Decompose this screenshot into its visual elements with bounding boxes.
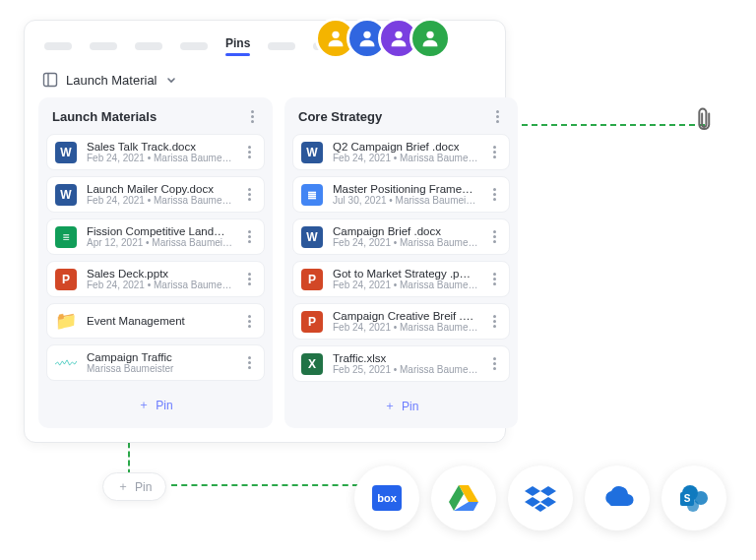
- list-item[interactable]: P Sales Deck.pptx Feb 24, 2021 • Marissa…: [46, 261, 265, 297]
- integration-box[interactable]: box: [354, 466, 419, 530]
- svg-marker-14: [540, 497, 556, 507]
- svg-marker-13: [525, 497, 540, 507]
- item-meta: Jul 30, 2021 • Marissa Baumei…: [333, 195, 477, 206]
- item-title: Sales Talk Track.docx: [87, 141, 232, 153]
- item-menu-button[interactable]: [242, 273, 256, 285]
- item-menu-button[interactable]: [242, 146, 256, 158]
- svg-marker-11: [525, 486, 540, 496]
- item-menu-button[interactable]: [487, 273, 501, 285]
- avatar[interactable]: [410, 18, 451, 59]
- integration-onedrive[interactable]: [585, 466, 650, 530]
- tab-placeholder[interactable]: [44, 42, 72, 50]
- tab-placeholder[interactable]: [268, 42, 295, 50]
- tab-placeholder[interactable]: [90, 42, 117, 50]
- board-selector-label: Launch Material: [66, 73, 158, 88]
- item-menu-button[interactable]: [242, 188, 256, 201]
- item-title: Fission Competitive Land…: [87, 225, 232, 237]
- pin-label: Pin: [135, 480, 152, 494]
- item-meta: Feb 24, 2021 • Marissa Baume…: [87, 195, 232, 206]
- item-title: Launch Mailer Copy.docx: [87, 183, 232, 195]
- integrations-row: box S: [354, 466, 726, 530]
- item-menu-button[interactable]: [242, 230, 256, 243]
- column-launch-materials: Launch Materials W Sales Talk Track.docx…: [38, 97, 273, 428]
- tab-placeholder[interactable]: [135, 42, 162, 50]
- board-selector[interactable]: Launch Material: [38, 64, 491, 97]
- list-item[interactable]: W Campaign Brief .docx Feb 24, 2021 • Ma…: [292, 218, 510, 255]
- svg-text:S: S: [684, 493, 691, 504]
- integration-dropbox[interactable]: [508, 466, 573, 530]
- plus-icon: ＋: [384, 398, 396, 414]
- svg-rect-0: [44, 74, 57, 87]
- list-item[interactable]: P Got to Market Strategy .p… Feb 24, 202…: [292, 261, 510, 297]
- item-title: Q2 Campaign Brief .docx: [333, 141, 477, 153]
- column-menu-button[interactable]: [245, 110, 259, 123]
- attachment-icon: [687, 104, 724, 141]
- item-meta: Feb 25, 2021 • Marissa Baume…: [333, 364, 477, 375]
- item-title: Master Positioning Frame…: [333, 183, 477, 195]
- item-menu-button[interactable]: [242, 315, 256, 328]
- add-pin-button[interactable]: ＋ Pin: [292, 392, 510, 420]
- item-title: Campaign Brief .docx: [333, 225, 477, 237]
- tab-pins[interactable]: Pins: [225, 36, 250, 56]
- pin-label: Pin: [402, 400, 418, 413]
- connector-to-attachment: [512, 124, 705, 126]
- item-meta: Feb 24, 2021 • Marissa Baume…: [333, 280, 477, 290]
- list-item[interactable]: X Traffic.xlsx Feb 25, 2021 • Marissa Ba…: [292, 345, 510, 382]
- list-item[interactable]: P Campaign Creative Breif .… Feb 24, 202…: [292, 303, 510, 340]
- item-title: Campaign Creative Breif .…: [333, 310, 477, 322]
- svg-point-3: [363, 31, 370, 38]
- pin-label: Pin: [156, 399, 172, 412]
- item-title: Got to Market Strategy .p…: [333, 268, 477, 280]
- item-meta: Feb 24, 2021 • Marissa Baume…: [87, 280, 232, 290]
- svg-point-4: [395, 31, 402, 38]
- floating-pin-button[interactable]: ＋ Pin: [102, 472, 166, 501]
- item-menu-button[interactable]: [487, 230, 501, 243]
- columns: Launch Materials W Sales Talk Track.docx…: [38, 97, 491, 428]
- folder-icon: 📁: [55, 310, 77, 332]
- item-menu-button[interactable]: [487, 146, 501, 158]
- plus-icon: ＋: [138, 397, 150, 413]
- svg-marker-12: [540, 486, 556, 496]
- svg-point-2: [332, 31, 339, 38]
- powerpoint-icon: P: [55, 269, 77, 290]
- item-menu-button[interactable]: [242, 356, 256, 369]
- plus-icon: ＋: [117, 478, 129, 495]
- item-meta: Marissa Baumeister: [87, 363, 232, 374]
- connector-to-integrations: [171, 484, 358, 486]
- column-title: Launch Materials: [52, 109, 157, 124]
- item-menu-button[interactable]: [487, 357, 501, 370]
- item-meta: Feb 24, 2021 • Marissa Baume…: [333, 322, 477, 333]
- add-pin-button[interactable]: ＋ Pin: [46, 391, 265, 419]
- tab-placeholder[interactable]: [180, 42, 208, 50]
- list-item[interactable]: Campaign Traffic Marissa Baumeister: [46, 344, 265, 381]
- svg-marker-15: [535, 504, 546, 512]
- chevron-down-icon: [165, 74, 177, 86]
- word-icon: W: [301, 226, 323, 248]
- word-icon: W: [55, 142, 77, 163]
- list-item[interactable]: W Sales Talk Track.docx Feb 24, 2021 • M…: [46, 134, 265, 170]
- gdoc-icon: ≣: [301, 184, 323, 206]
- list-item[interactable]: W Q2 Campaign Brief .docx Feb 24, 2021 •…: [292, 134, 510, 170]
- item-meta: Feb 24, 2021 • Marissa Baume…: [333, 237, 477, 248]
- item-menu-button[interactable]: [487, 188, 501, 201]
- word-icon: W: [301, 142, 323, 163]
- sheets-icon: ≡: [55, 226, 77, 248]
- integration-sharepoint[interactable]: S: [662, 466, 726, 530]
- column-menu-button[interactable]: [490, 110, 504, 123]
- list-item[interactable]: ≣ Master Positioning Frame… Jul 30, 2021…: [292, 176, 510, 213]
- item-title: Sales Deck.pptx: [87, 268, 232, 280]
- item-meta: Apr 12, 2021 • Marissa Baumei…: [87, 237, 232, 248]
- svg-point-5: [426, 31, 433, 38]
- integration-gdrive[interactable]: [431, 466, 496, 530]
- item-title: Campaign Traffic: [87, 351, 232, 363]
- collaborator-avatars: [325, 18, 451, 59]
- item-menu-button[interactable]: [487, 315, 501, 328]
- list-item[interactable]: W Launch Mailer Copy.docx Feb 24, 2021 •…: [46, 176, 265, 213]
- layout-icon: [42, 72, 58, 88]
- item-meta: Feb 24, 2021 • Marissa Baume…: [87, 153, 232, 163]
- word-icon: W: [55, 184, 77, 206]
- list-item[interactable]: 📁 Event Management: [46, 303, 265, 339]
- item-title: Event Management: [87, 315, 232, 327]
- pins-panel: Pins Launch Material Launch Materials W …: [24, 20, 506, 443]
- list-item[interactable]: ≡ Fission Competitive Land… Apr 12, 2021…: [46, 218, 265, 255]
